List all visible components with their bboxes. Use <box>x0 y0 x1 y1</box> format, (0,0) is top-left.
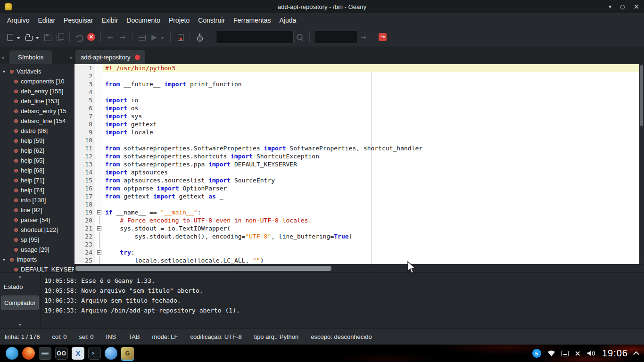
tab-simbolos[interactable]: Símbolos <box>9 50 52 64</box>
symbol-item[interactable]: info [130] <box>0 195 74 205</box>
symbol-item[interactable]: DEFAULT_KEYSER <box>0 264 74 272</box>
fold-toggle-icon[interactable] <box>97 226 101 230</box>
clipboard-icon[interactable] <box>561 351 569 356</box>
toolbar-search-input[interactable] <box>216 31 294 43</box>
notification-badge[interactable]: 5 <box>532 349 541 358</box>
taskbar-firefox-icon[interactable] <box>22 347 35 360</box>
navigate-back-button[interactable]: ← <box>104 30 116 44</box>
input-device-icon[interactable]: × <box>575 350 581 357</box>
symbol-item[interactable]: parser [54] <box>0 215 74 225</box>
close-file-button[interactable] <box>85 30 97 44</box>
symbol-item[interactable]: help [68] <box>0 165 74 175</box>
code-line[interactable]: 7import sys <box>74 112 639 120</box>
code-line[interactable]: 5import io <box>74 96 639 104</box>
new-file-dropdown-icon[interactable] <box>17 37 20 41</box>
code-line[interactable]: 8import gettext <box>74 120 639 128</box>
tabs-scroll-up-icon[interactable]: ▴ <box>0 273 40 280</box>
code-line[interactable]: 14import aptsources <box>74 168 639 176</box>
symbol-item[interactable]: help [59] <box>0 136 74 146</box>
symbol-item[interactable]: debsrc_line [154 <box>0 116 74 126</box>
code-line[interactable]: 12from softwareproperties.shortcuts impo… <box>74 152 639 160</box>
code-line[interactable]: 10 <box>74 136 639 144</box>
window-maximize-icon[interactable]: ○ <box>620 3 625 10</box>
goto-line-input[interactable] <box>314 31 357 43</box>
sidebar-tabs-scroll-right-icon[interactable]: ▸ <box>70 55 73 60</box>
tab-estado[interactable]: Estado <box>0 280 40 294</box>
volume-icon[interactable] <box>587 350 596 357</box>
code-line[interactable]: 20 # Force encoding to UTF-8 even in non… <box>74 216 639 224</box>
menu-item-exibir[interactable]: Exibir <box>97 15 122 26</box>
taskbar-browser-icon[interactable] <box>105 347 117 360</box>
code-line[interactable]: 17from gettext import gettext as _ <box>74 192 639 200</box>
code-line[interactable]: 13from softwareproperties.ppa import DEF… <box>74 160 639 168</box>
symbol-item[interactable]: shortcut [122] <box>0 225 74 235</box>
fold-toggle-icon[interactable] <box>97 250 101 255</box>
code-line[interactable]: 4 <box>74 88 639 96</box>
wifi-icon[interactable] <box>547 350 555 357</box>
fold-toggle-icon[interactable] <box>97 210 101 214</box>
color-chooser-button[interactable] <box>193 30 206 44</box>
menu-item-ferramentas[interactable]: Ferramentas <box>229 15 275 26</box>
navigate-forward-button[interactable]: → <box>116 30 129 44</box>
open-file-button[interactable] <box>23 30 41 44</box>
new-file-button[interactable] <box>4 30 23 44</box>
symbol-item[interactable]: sp [95] <box>0 235 74 245</box>
code-line[interactable]: 11from softwareproperties.SoftwareProper… <box>74 144 639 152</box>
menu-item-editar[interactable]: Editar <box>33 15 59 26</box>
window-close-icon[interactable]: × <box>633 3 639 10</box>
save-button[interactable] <box>41 30 54 44</box>
symbol-item[interactable]: debsrc_entry [15 <box>0 106 74 116</box>
goto-line-button[interactable]: → <box>357 30 370 44</box>
editor-vertical-scrollbar[interactable] <box>639 64 644 264</box>
taskbar-office-icon[interactable]: OO <box>55 347 68 360</box>
symbol-group[interactable]: ▾Imports <box>0 255 74 264</box>
window-shade-icon[interactable]: ▾ <box>609 3 611 10</box>
symbol-item[interactable]: line [92] <box>0 205 74 215</box>
quit-button[interactable] <box>377 30 388 44</box>
execute-dropdown-icon[interactable] <box>161 37 165 41</box>
code-line[interactable]: 6import os <box>74 104 639 112</box>
tab-compilador[interactable]: Compilador <box>1 296 39 310</box>
symbol-item[interactable]: usage [29] <box>0 245 74 255</box>
taskbar-clock[interactable]: 19:06 <box>602 348 628 359</box>
code-line[interactable]: 18 <box>74 200 639 208</box>
code-line[interactable]: 3from __future__ import print_function <box>74 80 639 88</box>
symbol-item[interactable]: help [65] <box>0 156 74 165</box>
menu-item-projeto[interactable]: Projeto <box>165 15 194 26</box>
code-editor[interactable]: 1#! /usr/bin/python323from __future__ im… <box>74 64 644 264</box>
tabs-scroll-down-icon[interactable]: ▾ <box>0 321 40 328</box>
tab-add-apt-repository[interactable]: add-apt-repository <box>75 50 145 64</box>
menu-item-arquivo[interactable]: Arquivo <box>3 15 33 26</box>
taskbar-app-icon[interactable] <box>39 347 51 360</box>
code-line[interactable]: 2 <box>74 72 639 80</box>
symbol-item[interactable]: help [62] <box>0 146 74 156</box>
sidebar-tabs-scroll-left-icon[interactable]: ◂ <box>1 55 4 60</box>
horizontal-scrollbar-thumb[interactable] <box>75 266 331 271</box>
tab-close-icon[interactable] <box>135 55 140 60</box>
app-launcher-button[interactable] <box>6 347 18 360</box>
code-line[interactable]: 19if __name__ == "__main__": <box>74 208 639 216</box>
menu-item-ajuda[interactable]: Ajuda <box>275 15 300 26</box>
code-line[interactable]: 1#! /usr/bin/python3 <box>74 64 639 72</box>
code-line[interactable]: 25 locale.setlocale(locale.LC_ALL, "") <box>74 256 639 264</box>
symbol-item[interactable]: components [10 <box>0 76 74 86</box>
taskbar-terminal-icon[interactable]: >_ <box>88 347 101 360</box>
taskbar-geany-task[interactable]: G <box>121 347 134 360</box>
expander-icon[interactable]: ▾ <box>3 257 9 262</box>
menu-item-documento[interactable]: Documento <box>122 15 165 26</box>
revert-button[interactable] <box>73 30 85 44</box>
tray-expand-icon[interactable] <box>633 351 639 357</box>
expander-icon[interactable]: ▾ <box>3 69 9 74</box>
vertical-scrollbar-thumb[interactable] <box>640 65 643 126</box>
code-line[interactable]: 15from aptsources.sourceslist import Sou… <box>74 176 639 184</box>
code-line[interactable]: 24 try: <box>74 248 639 256</box>
menu-item-pesquisar[interactable]: Pesquisar <box>59 15 97 26</box>
symbol-item[interactable]: distro [96] <box>0 126 74 136</box>
symbol-item[interactable]: help [71] <box>0 175 74 185</box>
code-line[interactable]: 16from optparse import OptionParser <box>74 184 639 192</box>
symbol-item[interactable]: help [74] <box>0 185 74 195</box>
menu-item-construir[interactable]: Construir <box>194 15 229 26</box>
code-line[interactable]: 9import locale <box>74 128 639 136</box>
save-all-button[interactable] <box>54 30 66 44</box>
open-file-dropdown-icon[interactable] <box>35 37 39 41</box>
